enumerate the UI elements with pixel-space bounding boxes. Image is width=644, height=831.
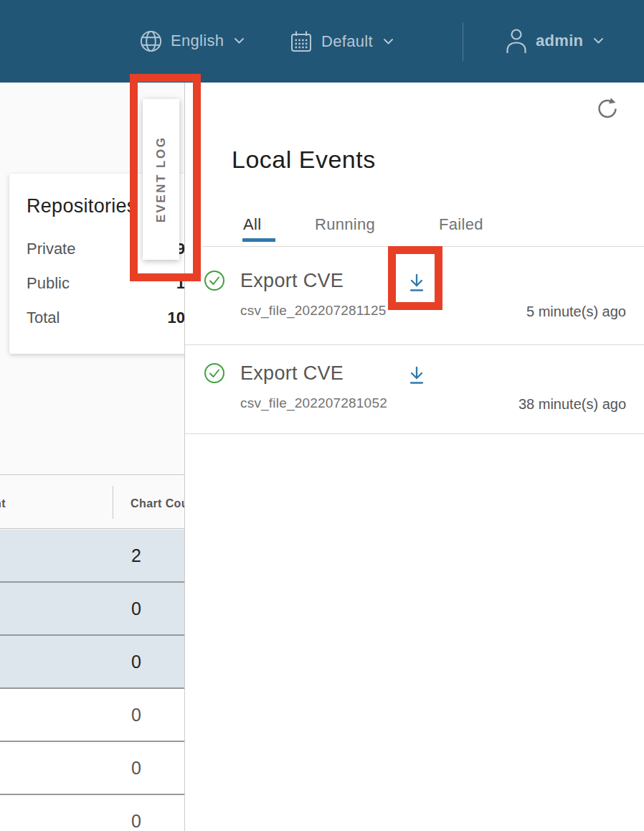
globe-icon — [138, 29, 164, 54]
header-divider — [463, 22, 463, 61]
table-row[interactable]: 2 — [0, 530, 185, 583]
chart-count-cell: 0 — [115, 598, 158, 619]
chart-count-cell: 0 — [115, 758, 158, 779]
tab-running[interactable]: Running — [315, 215, 375, 234]
repositories-card-title: Repositories — [27, 195, 137, 217]
language-dropdown[interactable]: English — [138, 28, 245, 54]
projects-table-header: Count Chart Count — [0, 474, 185, 529]
event-log-flyout-tab[interactable]: EVENT LOG — [143, 99, 179, 260]
chart-count-cell: 0 — [115, 811, 158, 831]
refresh-button[interactable] — [596, 95, 622, 121]
language-label: English — [171, 28, 224, 54]
user-label: admin — [536, 28, 583, 54]
event-file-name: csv_file_202207281125 — [240, 303, 387, 319]
chevron-down-icon — [234, 37, 245, 44]
scheduler-dropdown[interactable]: Default — [288, 28, 394, 55]
event-name: Export CVE — [240, 362, 344, 385]
refresh-icon — [596, 97, 622, 120]
repositories-total-value: 10 — [168, 309, 185, 327]
projects-table: Count Chart Count 2 0 0 0 0 0 — [0, 474, 185, 831]
tabs-divider — [202, 246, 644, 247]
chart-count-cell: 0 — [115, 705, 158, 726]
repositories-public-label: Public — [27, 274, 70, 293]
table-row[interactable]: 0 — [0, 742, 185, 795]
success-check-icon — [204, 270, 225, 291]
event-divider — [185, 344, 644, 345]
download-icon — [407, 365, 429, 387]
table-row[interactable]: 0 — [0, 795, 185, 831]
success-check-icon — [204, 362, 225, 384]
event-timestamp: 38 minute(s) ago — [518, 396, 626, 413]
chevron-down-icon — [593, 37, 604, 44]
event-file-name: csv_file_202207281052 — [240, 395, 387, 411]
event-log-panel: Local Events All Running Failed Export C… — [184, 83, 644, 831]
event-timestamp: 5 minute(s) ago — [526, 304, 626, 320]
tab-failed[interactable]: Failed — [439, 215, 483, 234]
count-column-header: Count — [0, 497, 6, 510]
chart-count-cell: 2 — [115, 545, 158, 566]
tab-all[interactable]: All — [243, 215, 261, 234]
repositories-private-label: Private — [27, 240, 75, 258]
table-row[interactable]: 0 — [0, 583, 185, 636]
top-header: English Default — [0, 0, 644, 83]
download-button[interactable] — [407, 364, 429, 388]
chart-count-cell: 0 — [115, 652, 158, 672]
date-format-icon — [288, 28, 314, 55]
table-row[interactable]: 0 — [0, 689, 185, 742]
table-row[interactable]: 0 — [0, 636, 185, 689]
panel-title: Local Events — [232, 146, 376, 174]
column-divider — [113, 486, 113, 519]
event-name: Export CVE — [240, 270, 344, 292]
event-divider — [185, 433, 644, 434]
download-icon — [407, 273, 429, 294]
chevron-down-icon — [383, 38, 394, 45]
user-icon — [504, 27, 529, 55]
scheduler-label: Default — [321, 29, 373, 55]
download-button[interactable] — [407, 271, 429, 296]
user-menu[interactable]: admin — [504, 27, 604, 55]
event-log-tab-label: EVENT LOG — [154, 136, 169, 223]
repositories-total-label: Total — [27, 309, 60, 327]
active-tab-underline — [242, 238, 275, 242]
